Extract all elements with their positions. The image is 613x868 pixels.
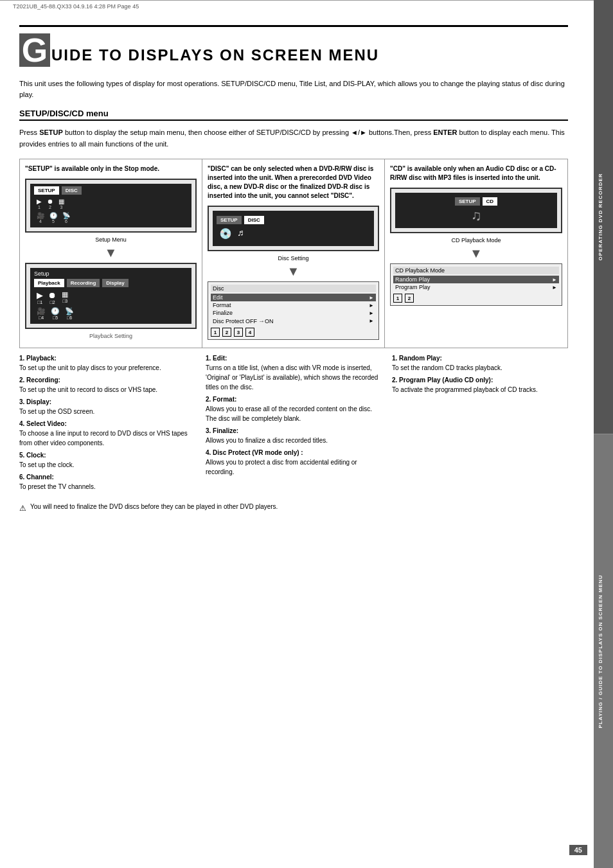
col1-header: "SETUP" is available only in the Stop mo…	[25, 164, 197, 173]
col2-screen-inner: SETUP DISC 💿 ♬	[213, 211, 374, 246]
col2-screen-mockup: SETUP DISC 💿 ♬	[208, 206, 379, 251]
col3-row-program: Program Play ►	[393, 283, 559, 291]
col2-sub-title: Disc	[211, 285, 376, 292]
col1-sub-clock: 🕐 □5	[51, 307, 60, 320]
page-container: T2021UB_45-88.QX33 04.9.16 4:28 PM Page …	[0, 0, 613, 868]
col3-row-random: Random Play ►	[393, 276, 559, 283]
col2-row-edit: Edit ►	[211, 294, 376, 301]
col2-icon-disc: 💿	[219, 227, 232, 240]
col1-sub-icons-row1: ▶ □1 ⏺ □2 ▦ □3	[34, 289, 188, 306]
col1-icons-row1: ▶ 1 ⏺ 2 ▦ 3	[34, 197, 188, 211]
col2-row-finalize: Finalize ►	[211, 309, 376, 317]
col2-header: "DISC" can be only selected when a DVD-R…	[208, 164, 379, 200]
desc-section: 1. Playback:To set up the unit to play d…	[19, 353, 568, 494]
col1-icons-row2: 🎥 4 🕐 5 📡 6	[34, 211, 188, 225]
col1-icon-rec: ⏺ 2	[47, 198, 53, 209]
col1-arrow: ▼	[25, 245, 197, 260]
col1-sub-screen: Setup Playback Recording Display ▶ □1	[25, 263, 197, 329]
col2-sub-screen: Disc Edit ► Format ► Finalize ►	[208, 281, 379, 340]
desc1-2: 2. Recording:To set up the unit to recor…	[19, 375, 195, 394]
desc-col1: 1. Playback:To set up the unit to play d…	[19, 353, 195, 494]
col2-screen-caption: Disc Setting	[208, 255, 379, 261]
col1-sub-icons-row2: 🎥 □4 🕐 □5 📡 □6	[34, 306, 188, 321]
col2-sub-rows: Edit ► Format ► Finalize ► Disc Protec	[211, 294, 376, 325]
col1-box: "SETUP" is available only in the Stop mo…	[20, 159, 202, 348]
col1-screen-mockup: SETUP DISC ▶ 1 ⏺ 2	[25, 179, 197, 233]
col1-sub-title: Setup	[34, 270, 188, 277]
col1-sub-ch: 📡 □6	[65, 307, 74, 320]
col1-playback-setting-label: Playback Setting	[25, 333, 197, 339]
sidebar-top-label: OPERATING DVD RECORDER	[594, 0, 613, 434]
desc-col2: 1. Edit:Turns on a title list, (when a d…	[206, 353, 382, 494]
warning-text: You will need to finalize the DVD discs …	[30, 503, 278, 510]
col3-tab-setup: SETUP	[455, 197, 480, 206]
desc1-3: 3. Display:To set up the OSD screen.	[19, 397, 195, 416]
col3-sub-title: CD Playback Mode	[393, 267, 559, 274]
intro-text: This unit uses the following types of di…	[19, 78, 568, 100]
col1-sub-disp: ▦ □3	[62, 290, 68, 305]
desc2-3: 3. Finalize:Allows you to finalize a dis…	[206, 426, 382, 445]
col3-screen-caption: CD Playback Mode	[390, 237, 562, 244]
col3-sub-rows: Random Play ► Program Play ►	[393, 276, 559, 291]
col1-sub-tabs: Playback Recording Display	[34, 279, 188, 287]
col2-row-format: Format ►	[211, 301, 376, 309]
desc2-2: 2. Format:Allows you to erase all of the…	[206, 394, 382, 423]
col1-icon-clock: 🕐 5	[49, 212, 57, 224]
col3-tab-row: SETUP CD	[455, 197, 497, 206]
col1-sub-tab-display: Display	[102, 279, 128, 287]
col1-sub-rec: ⏺ □2	[48, 290, 57, 305]
section-title: SETUP/DISC/CD menu	[19, 109, 568, 121]
desc1-4: 4. Select Video:To choose a line input t…	[19, 419, 195, 448]
col3-sub-screen: CD Playback Mode Random Play ► Program P…	[390, 263, 562, 306]
warning-note: ⚠ You will need to finalize the DVD disc…	[19, 503, 568, 513]
col3-header: "CD" is available only when an Audio CD …	[390, 164, 562, 182]
col2-row-discprotect: Disc Protect OFF → ON ►	[211, 317, 376, 325]
col1-icon-channel: 📡 6	[62, 212, 70, 224]
sidebar-bottom-label: PLAYING / GUIDE TO DISPLAYS ON SCREEN ME…	[594, 434, 613, 869]
col1-sub-inner: Setup Playback Recording Display ▶ □1	[30, 268, 191, 324]
col1-tab-setup: SETUP	[34, 186, 59, 195]
col1-icon-display: ▦ 3	[58, 198, 64, 209]
col1-icon-sel: 🎥 4	[37, 212, 44, 224]
col2-icons: 💿 ♬	[217, 226, 370, 241]
header-text: T2021UB_45-88.QX33 04.9.16 4:28 PM Page …	[13, 3, 139, 10]
desc2-4: 4. Disc Protect (VR mode only) :Allows y…	[206, 448, 382, 477]
col2-badges: 1 2 3 4	[211, 328, 376, 337]
three-col-headers: "SETUP" is available only in the Stop mo…	[19, 159, 568, 348]
col1-tab-disc: DISC	[62, 186, 82, 195]
desc2-1: 1. Edit:Turns on a title list, (when a d…	[206, 353, 382, 392]
col2-arrow: ▼	[208, 264, 379, 279]
col1-tab-row: SETUP DISC	[34, 186, 188, 195]
desc1-5: 5. Clock:To set up the clock.	[19, 450, 195, 470]
desc-col3: 1. Random Play:To set the random CD trac…	[392, 353, 568, 494]
col2-tab-setup: SETUP	[217, 216, 242, 224]
col2-icon-music: ♬	[237, 227, 244, 240]
enter-bold: ENTER	[433, 128, 457, 136]
col2-tab-disc: DISC	[244, 216, 264, 224]
col1-sub-play: ▶ □1	[37, 290, 43, 305]
col3-screen-inner: SETUP CD ♫	[395, 193, 557, 228]
page-number: 45	[569, 845, 587, 855]
col2-box: "DISC" can be only selected when a DVD-R…	[202, 159, 385, 348]
col2-tab-row: SETUP DISC	[217, 216, 370, 224]
col3-tab-cd: CD	[483, 197, 498, 206]
col1-screen-caption: Setup Menu	[25, 236, 197, 243]
desc1-1: 1. Playback:To set up the unit to play d…	[19, 353, 195, 373]
desc3-1: 1. Random Play:To set the random CD trac…	[392, 353, 568, 373]
col1-screen-inner: SETUP DISC ▶ 1 ⏺ 2	[30, 184, 191, 227]
main-content: G UIDE TO DISPLAYS ON SCREEN MENU This u…	[0, 12, 594, 526]
desc3-2: 2. Program Play (Audio CD only):To activ…	[392, 375, 568, 394]
setup-bold: SETUP	[39, 128, 63, 136]
title-rest: UIDE TO DISPLAYS ON SCREEN MENU	[51, 46, 379, 67]
desc1-6: 6. Channel:To preset the TV channels.	[19, 472, 195, 492]
col1-icon-play: ▶ 1	[37, 198, 42, 209]
col1-sub-tab-recording: Recording	[67, 279, 100, 287]
col1-sub-tab-playback: Playback	[34, 279, 64, 287]
warning-icon: ⚠	[19, 504, 26, 513]
title-big-letter: G	[19, 33, 50, 67]
right-sidebar: OPERATING DVD RECORDER PLAYING / GUIDE T…	[594, 0, 613, 868]
col3-badges: 1 2	[393, 294, 559, 303]
page-title-block: G UIDE TO DISPLAYS ON SCREEN MENU	[19, 25, 568, 67]
col3-box: "CD" is available only when an Audio CD …	[385, 159, 567, 348]
top-bar: T2021UB_45-88.QX33 04.9.16 4:28 PM Page …	[0, 0, 613, 12]
